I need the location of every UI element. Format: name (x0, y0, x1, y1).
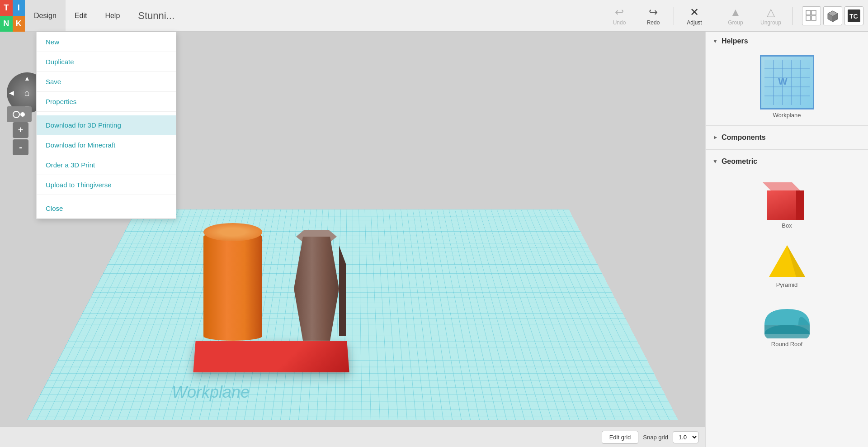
divider-1 (706, 125, 868, 126)
svg-text:TC: TC (849, 13, 858, 20)
nav-up-arrow: ▲ (24, 75, 30, 82)
zoom-in-button[interactable]: + (13, 122, 28, 138)
adjust-button[interactable]: ✕ Adjust (679, 4, 710, 28)
logo: T I N K (0, 0, 25, 32)
workplane-thumb-label: Workplane (773, 112, 801, 119)
workplane-thumb-container: W Workplane (712, 55, 861, 119)
menu-spacer (37, 112, 176, 115)
shape-box-item[interactable]: Box (760, 180, 814, 233)
menu-item-close[interactable]: Close (37, 199, 176, 219)
nav-menu: Design Edit Help (25, 0, 129, 31)
right-panel: ❯ ▼ Helpers W (705, 32, 868, 447)
undo-label: Undo (613, 19, 626, 26)
svg-point-10 (20, 112, 25, 117)
menu-item-upload[interactable]: Upload to Thingiverse (37, 175, 176, 195)
view-toggle-icon (13, 110, 26, 119)
ungroup-icon: △ (767, 6, 775, 19)
grid-view-icon[interactable] (802, 6, 821, 25)
box-shape-label: Box (782, 222, 792, 229)
helpers-section-header[interactable]: ▼ Helpers (706, 32, 868, 51)
group-label: Group (728, 19, 743, 26)
nav-home-icon: ⌂ (24, 88, 30, 98)
shapes-grid: Box Pyramid (712, 176, 861, 356)
svg-rect-0 (806, 10, 811, 15)
undo-button[interactable]: ↩ Undo (604, 4, 635, 28)
shape-pyramid-item[interactable]: Pyramid (760, 239, 814, 292)
svg-rect-24 (764, 325, 810, 334)
menu-item-new[interactable]: New (37, 32, 176, 52)
topbar: T I N K Design Edit Help Stunni... ↩ Und… (0, 0, 868, 32)
toolbar-separator-1 (674, 7, 674, 25)
svg-point-9 (13, 111, 19, 118)
nav-design[interactable]: Design (25, 0, 66, 31)
redo-icon: ↪ (649, 6, 658, 19)
shape-round-roof-item[interactable]: Round Roof (760, 299, 814, 351)
helpers-arrow-icon: ▼ (712, 38, 718, 44)
components-arrow-icon: ▼ (712, 135, 718, 140)
components-label: Components (722, 133, 766, 142)
pyramid-shape-visual (767, 243, 807, 279)
menu-item-duplicate[interactable]: Duplicate (37, 52, 176, 72)
logo-n: N (0, 16, 13, 32)
components-section-header[interactable]: ▼ Components (706, 128, 868, 147)
logo-i: I (13, 0, 25, 16)
toolbar-right: ↩ Undo ↪ Redo ✕ Adjust ▲ Group △ Ungroup (604, 4, 868, 28)
geometric-section-header[interactable]: ▼ Geometric (706, 152, 868, 171)
geometric-section-content: Box Pyramid (706, 171, 868, 360)
view-icons: TC (802, 6, 863, 25)
design-dropdown-menu: New Duplicate Save Properties Download f… (36, 32, 176, 219)
logo-k: K (13, 16, 25, 32)
geometric-label: Geometric (722, 157, 757, 166)
logo-view-icon[interactable]: TC (844, 6, 863, 25)
adjust-icon: ✕ (690, 6, 699, 19)
helpers-label: Helpers (722, 37, 748, 45)
divider-2 (706, 149, 868, 150)
redo-label: Redo (647, 19, 660, 26)
menu-item-save[interactable]: Save (37, 72, 176, 92)
nav-left-arrow: ◀ (9, 89, 14, 96)
group-button[interactable]: ▲ Group (720, 4, 751, 28)
svg-rect-3 (811, 16, 816, 20)
helpers-section-content: W Workplane (706, 51, 868, 123)
menu-item-properties[interactable]: Properties (37, 92, 176, 112)
workplane-grid-svg: W (764, 60, 810, 105)
svg-text:W: W (778, 76, 788, 87)
box-right (796, 190, 804, 220)
panel-collapse-button[interactable]: ❯ (705, 32, 706, 41)
3d-view-icon[interactable] (823, 6, 842, 25)
svg-rect-1 (811, 10, 816, 15)
snap-grid-label: Snap grid (643, 434, 668, 441)
toolbar-separator-3 (793, 7, 793, 25)
menu-spacer-2 (37, 195, 176, 199)
box-front (767, 190, 796, 220)
pyramid-shape-label: Pyramid (776, 281, 798, 288)
menu-item-order-3d[interactable]: Order a 3D Print (37, 155, 176, 175)
zoom-out-button[interactable]: - (13, 139, 28, 155)
toolbar-separator-2 (715, 7, 715, 25)
logo-t: T (0, 0, 13, 16)
cube-svg (826, 10, 839, 22)
round-roof-shape-visual (762, 302, 812, 338)
bottombar: Edit grid Snap grid 1.0 (0, 427, 705, 447)
menu-item-download-3d[interactable]: Download for 3D Printing (37, 115, 176, 135)
redo-button[interactable]: ↪ Redo (637, 4, 669, 28)
box-top (763, 182, 800, 190)
project-title: Stunni... (129, 10, 175, 22)
svg-rect-2 (806, 16, 811, 20)
round-roof-shape-label: Round Roof (771, 341, 802, 347)
undo-icon: ↩ (615, 6, 624, 19)
nav-edit[interactable]: Edit (66, 0, 96, 31)
ungroup-label: Ungroup (760, 19, 781, 26)
grid-svg (805, 10, 818, 22)
zoom-controls: + - (13, 122, 28, 155)
ungroup-button[interactable]: △ Ungroup (754, 4, 788, 28)
geometric-arrow-icon: ▼ (712, 158, 718, 165)
menu-item-download-mc[interactable]: Download for Minecraft (37, 135, 176, 155)
nav-help[interactable]: Help (96, 0, 129, 31)
view-toggle-button[interactable] (7, 106, 32, 122)
edit-grid-button[interactable]: Edit grid (602, 431, 639, 444)
snap-grid-select[interactable]: 1.0 (673, 431, 698, 443)
box-shape-visual (767, 184, 807, 220)
pyramid-svg (767, 243, 807, 279)
workplane-thumbnail[interactable]: W (760, 55, 814, 109)
